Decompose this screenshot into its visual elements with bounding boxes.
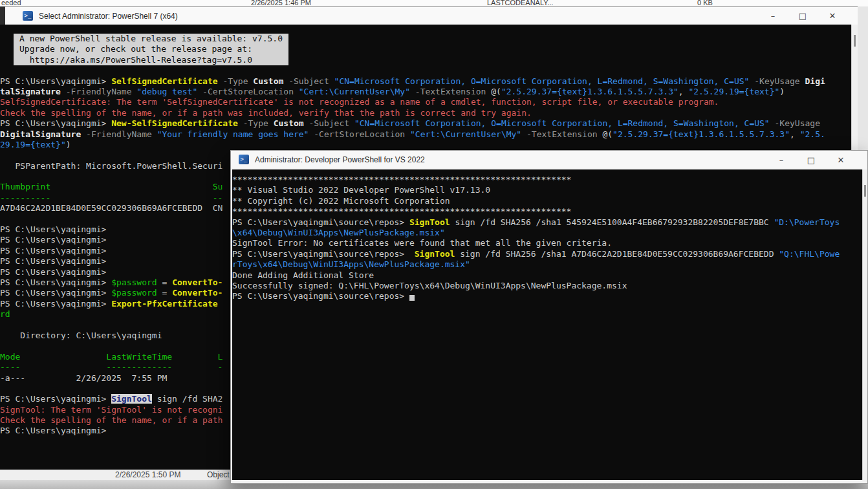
powershell-icon: >_	[23, 11, 33, 21]
screen: eeded 2/26/2025 1:46 PM LASTCODEANALY...…	[0, 0, 868, 489]
powershell-update-notice: A new PowerShell stable release is avail…	[14, 34, 288, 65]
front-terminal-lines: ****************************************…	[232, 175, 862, 302]
front-terminal-scrollbar[interactable]	[862, 169, 867, 480]
background-window-sliver	[0, 6, 5, 25]
explorer-file-date: 2/26/2025 1:50 PM	[115, 470, 180, 480]
terminal-line	[0, 65, 851, 76]
terminal-line: Done Adding Additional Store	[232, 270, 862, 281]
terminal-line: PS C:\Users\yaqingmi> SelfSignedCertific…	[0, 76, 851, 87]
front-window: >_ Administrator: Developer PowerShell f…	[230, 150, 868, 484]
explorer-file-type: Object	[207, 470, 230, 480]
terminal-line: Upgrade now, or check out the release pa…	[19, 44, 283, 54]
terminal-line: PS C:\Users\yaqingmi\source\repos> SignT…	[232, 217, 862, 228]
explorer-file-name: eeded	[1, 0, 21, 6]
close-button[interactable]: ✕	[826, 151, 856, 169]
terminal-line: DigitalSignature -FriendlyName "Your fri…	[0, 129, 851, 140]
terminal-line: 29.19={text}")	[0, 140, 851, 150]
terminal-line: https://aka.ms/PowerShell-Release?tag=v7…	[19, 55, 283, 65]
terminal-line: PS C:\Users\yaqingmi> New-SelfSignedCert…	[0, 118, 851, 129]
terminal-line: ** Visual Studio 2022 Developer PowerShe…	[232, 185, 862, 195]
terminal-line: SignTool Error: No certificates were fou…	[232, 238, 862, 248]
scrollbar-thumb[interactable]	[854, 35, 856, 47]
minimize-button[interactable]: –	[758, 7, 788, 25]
maximize-button[interactable]: □	[788, 7, 818, 25]
terminal-line: rToys\x64\Debug\WinUI3Apps\NewPlusPackag…	[232, 259, 862, 270]
minimize-button[interactable]: –	[766, 151, 796, 169]
explorer-file-label: LASTCODEANALY...	[487, 0, 553, 6]
front-window-titlebar[interactable]: >_ Administrator: Developer PowerShell f…	[231, 151, 867, 169]
terminal-line: SelfSignedCertificate: The term 'SelfSig…	[0, 97, 851, 107]
terminal-line: ****************************************…	[232, 206, 862, 217]
terminal-line: ** Copyright (c) 2022 Microsoft Corporat…	[232, 196, 862, 206]
back-window-titlebar[interactable]: >_ Select Administrator: PowerShell 7 (x…	[5, 6, 858, 25]
front-window-title: Administrator: Developer PowerShell for …	[255, 155, 425, 164]
close-button[interactable]: ✕	[818, 7, 847, 25]
scrollbar-thumb[interactable]	[864, 185, 866, 197]
terminal-cursor	[409, 295, 415, 301]
front-terminal-content[interactable]: ****************************************…	[232, 169, 862, 480]
explorer-file-size: 0 KB	[697, 0, 713, 6]
terminal-line: PS C:\Users\yaqingmi\source\repos> SignT…	[232, 249, 862, 259]
powershell-icon: >_	[239, 155, 249, 164]
terminal-line: talSignature -FriendlyName "debug test" …	[0, 87, 851, 97]
maximize-button[interactable]: □	[796, 151, 826, 169]
explorer-row-top: eeded 2/26/2025 1:46 PM LASTCODEANALY...…	[0, 0, 868, 6]
terminal-line: Check the spelling of the name, or if a …	[0, 108, 851, 118]
terminal-line: Successfully signed: Q:\FHL\PowerToys\x6…	[232, 281, 862, 291]
terminal-line: PS C:\Users\yaqingmi\source\repos>	[232, 291, 862, 301]
explorer-file-date: 2/26/2025 1:46 PM	[251, 0, 311, 6]
terminal-line: A new PowerShell stable release is avail…	[19, 34, 283, 44]
terminal-line: \x64\Debug\WinUI3Apps\NewPlusPackage.msi…	[232, 228, 862, 238]
back-window-title: Select Administrator: PowerShell 7 (x64)	[39, 12, 178, 21]
terminal-line: ****************************************…	[232, 175, 862, 185]
